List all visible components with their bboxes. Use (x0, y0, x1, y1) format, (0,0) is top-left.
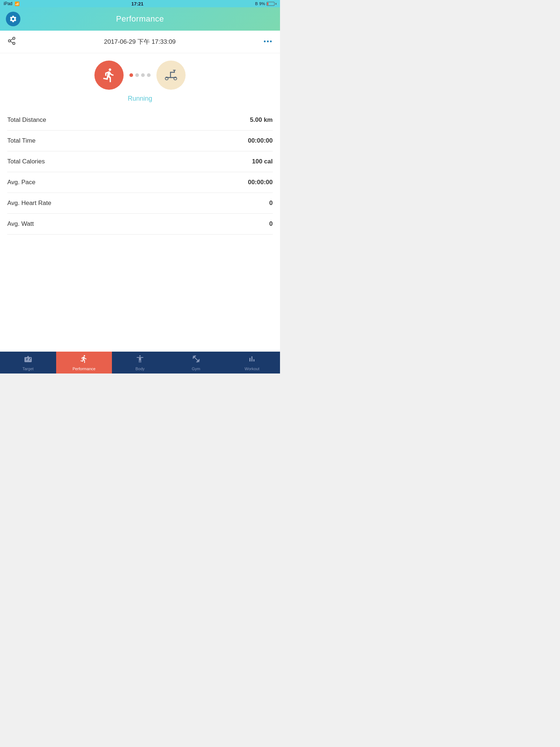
nav-gym[interactable]: Gym (168, 352, 224, 374)
stat-label-total-distance: Total Distance (7, 116, 46, 124)
nav-workout[interactable]: Workout (224, 352, 280, 374)
status-bar: iPad 📶 17:21 B 9% (0, 0, 280, 7)
session-header: 2017-06-29 下午 17:33:09 ••• (0, 31, 280, 53)
session-date: 2017-06-29 下午 17:33:09 (104, 38, 176, 46)
stat-value-total-time: 00:00:00 (248, 137, 273, 144)
dot-4 (147, 73, 151, 77)
body-icon (136, 355, 144, 365)
bottom-navigation: Target Performance Body Gym (0, 352, 280, 374)
stat-value-avg-watt: 0 (269, 220, 273, 228)
activity-icons-row (0, 53, 280, 93)
stat-label-avg-watt: Avg. Watt (7, 220, 34, 228)
running-icon (94, 61, 124, 90)
battery-indicator (267, 2, 276, 6)
stat-label-total-calories: Total Calories (7, 158, 45, 165)
stat-avg-watt: Avg. Watt 0 (7, 214, 273, 235)
nav-body-label: Body (135, 367, 144, 371)
workout-icon (248, 355, 256, 365)
nav-performance-label: Performance (73, 367, 96, 371)
stat-total-distance: Total Distance 5.00 km (7, 110, 273, 131)
stat-label-avg-pace: Avg. Pace (7, 179, 35, 186)
stat-label-total-time: Total Time (7, 137, 35, 144)
gym-icon (192, 355, 201, 365)
svg-marker-12 (27, 356, 29, 357)
nav-body[interactable]: Body (112, 352, 168, 374)
stats-list: Total Distance 5.00 km Total Time 00:00:… (0, 110, 280, 235)
activity-label[interactable]: Running (0, 93, 280, 110)
stat-label-avg-heart-rate: Avg. Heart Rate (7, 200, 51, 207)
device-label: iPad (4, 1, 12, 6)
stat-total-time: Total Time 00:00:00 (7, 131, 273, 151)
activity-dots (124, 73, 156, 77)
dot-2 (135, 73, 139, 77)
more-options-button[interactable]: ••• (264, 38, 273, 46)
nav-gym-label: Gym (192, 367, 200, 371)
page-title: Performance (116, 14, 164, 24)
dot-1 (129, 73, 133, 77)
target-icon (24, 355, 32, 365)
svg-rect-11 (173, 70, 176, 71)
time-display: 17:21 (131, 1, 143, 7)
scooter-icon (156, 61, 186, 90)
main-content: 2017-06-29 下午 17:33:09 ••• (0, 31, 280, 352)
nav-target[interactable]: Target (0, 352, 56, 374)
stat-value-total-calories: 100 cal (252, 158, 273, 165)
header: Performance (0, 7, 280, 31)
stat-value-total-distance: 5.00 km (250, 116, 273, 124)
nav-performance[interactable]: Performance (56, 352, 112, 374)
settings-button[interactable] (6, 12, 20, 26)
nav-target-label: Target (23, 367, 34, 371)
stat-avg-heart-rate: Avg. Heart Rate 0 (7, 193, 273, 214)
share-button[interactable] (7, 36, 16, 47)
stat-value-avg-pace: 00:00:00 (248, 179, 273, 186)
battery-percent: 9% (259, 1, 265, 6)
bluetooth-icon: B (255, 1, 258, 6)
stat-value-avg-heart-rate: 0 (269, 200, 273, 207)
stat-avg-pace: Avg. Pace 00:00:00 (7, 172, 273, 193)
stat-total-calories: Total Calories 100 cal (7, 151, 273, 172)
wifi-icon: 📶 (15, 1, 20, 6)
svg-line-4 (11, 39, 13, 40)
svg-line-3 (11, 42, 13, 43)
dot-3 (141, 73, 145, 77)
nav-workout-label: Workout (245, 367, 260, 371)
performance-icon (79, 355, 88, 365)
